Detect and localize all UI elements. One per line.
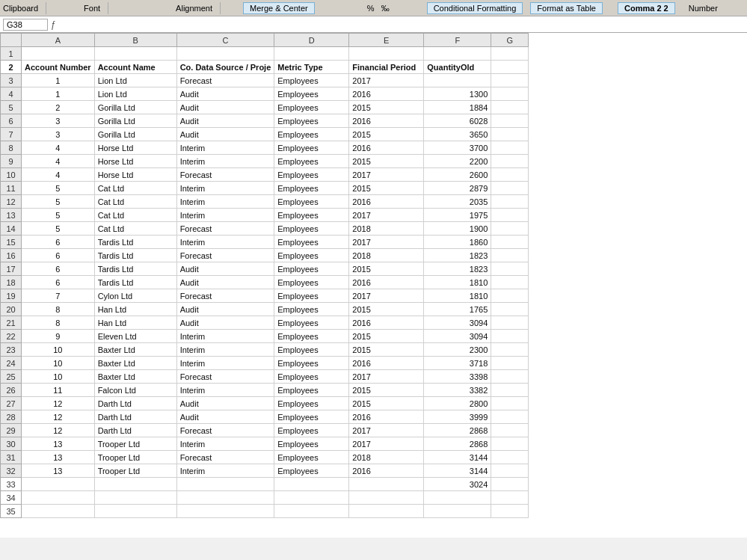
cell-d14[interactable]: Employees xyxy=(274,222,349,236)
cell-c2[interactable]: Co. Data Source / Proje xyxy=(176,61,274,74)
cell-b15[interactable]: Tardis Ltd xyxy=(94,236,176,249)
cell-c12[interactable]: Interim xyxy=(176,195,274,209)
cell-f32[interactable]: 3144 xyxy=(424,464,491,478)
table-row[interactable]: 333024 xyxy=(1,478,529,491)
cell-c21[interactable]: Audit xyxy=(176,316,274,330)
cell-a27[interactable]: 12 xyxy=(22,397,95,410)
cell-f34[interactable] xyxy=(424,491,491,505)
cell-g16[interactable] xyxy=(491,249,529,262)
table-row[interactable]: 218Han LtdAuditEmployees20163094 xyxy=(1,316,529,330)
cell-f14[interactable]: 1900 xyxy=(424,222,491,236)
cell-c24[interactable]: Interim xyxy=(176,357,274,370)
table-row[interactable]: 63Gorilla LtdAuditEmployees20166028 xyxy=(1,114,529,128)
cell-c35[interactable] xyxy=(176,505,274,518)
cell-g30[interactable] xyxy=(491,437,529,451)
cell-g10[interactable] xyxy=(491,168,529,182)
cell-b26[interactable]: Falcon Ltd xyxy=(94,384,176,397)
cell-g25[interactable] xyxy=(491,370,529,384)
cell-g35[interactable] xyxy=(491,505,529,518)
cell-e24[interactable]: 2016 xyxy=(349,357,424,370)
cell-b25[interactable]: Baxter Ltd xyxy=(94,370,176,384)
cell-g5[interactable] xyxy=(491,101,529,114)
table-row[interactable]: 145Cat LtdForecastEmployees20181900 xyxy=(1,222,529,236)
cell-c29[interactable]: Forecast xyxy=(176,424,274,437)
format-as-table-button[interactable]: Format as Table xyxy=(530,2,603,14)
cell-f25[interactable]: 3398 xyxy=(424,370,491,384)
cell-b23[interactable]: Baxter Ltd xyxy=(94,343,176,357)
cell-d18[interactable]: Employees xyxy=(274,276,349,289)
cell-e21[interactable]: 2016 xyxy=(349,316,424,330)
cell-e19[interactable]: 2017 xyxy=(349,289,424,303)
cell-a10[interactable]: 4 xyxy=(22,168,95,182)
cell-d11[interactable]: Employees xyxy=(274,182,349,195)
cell-e11[interactable]: 2015 xyxy=(349,182,424,195)
cell-e12[interactable]: 2016 xyxy=(349,195,424,209)
cell-a23[interactable]: 10 xyxy=(22,343,95,357)
table-row[interactable]: 2410Baxter LtdInterimEmployees20163718 xyxy=(1,357,529,370)
cell-b33[interactable] xyxy=(94,478,176,491)
cell-b19[interactable]: Cylon Ltd xyxy=(94,289,176,303)
cell-b1[interactable] xyxy=(94,47,176,61)
cell-c19[interactable]: Forecast xyxy=(176,289,274,303)
table-row[interactable]: 2611Falcon LtdInterimEmployees20153382 xyxy=(1,384,529,397)
cell-b10[interactable]: Horse Ltd xyxy=(94,168,176,182)
table-row[interactable]: 125Cat LtdInterimEmployees20162035 xyxy=(1,195,529,209)
cell-a13[interactable]: 5 xyxy=(22,209,95,222)
cell-c23[interactable]: Interim xyxy=(176,343,274,357)
cell-a16[interactable]: 6 xyxy=(22,249,95,262)
table-row[interactable]: 197Cylon LtdForecastEmployees20171810 xyxy=(1,289,529,303)
cell-a32[interactable]: 13 xyxy=(22,464,95,478)
cell-b31[interactable]: Trooper Ltd xyxy=(94,451,176,464)
cell-g24[interactable] xyxy=(491,357,529,370)
cell-b3[interactable]: Lion Ltd xyxy=(94,74,176,87)
col-header-g[interactable]: G xyxy=(491,34,529,47)
col-header-e[interactable]: E xyxy=(349,34,424,47)
cell-d6[interactable]: Employees xyxy=(274,114,349,128)
cell-d28[interactable]: Employees xyxy=(274,410,349,424)
cell-a31[interactable]: 13 xyxy=(22,451,95,464)
cell-g31[interactable] xyxy=(491,451,529,464)
cell-b9[interactable]: Horse Ltd xyxy=(94,155,176,168)
table-row[interactable]: 35 xyxy=(1,505,529,518)
cell-e26[interactable]: 2015 xyxy=(349,384,424,397)
cell-c14[interactable]: Forecast xyxy=(176,222,274,236)
cell-e33[interactable] xyxy=(349,478,424,491)
cell-g23[interactable] xyxy=(491,343,529,357)
cell-e15[interactable]: 2017 xyxy=(349,236,424,249)
cell-e8[interactable]: 2016 xyxy=(349,141,424,155)
cell-e10[interactable]: 2017 xyxy=(349,168,424,182)
table-row[interactable]: 84Horse LtdInterimEmployees20163700 xyxy=(1,141,529,155)
cell-c18[interactable]: Audit xyxy=(176,276,274,289)
cell-b13[interactable]: Cat Ltd xyxy=(94,209,176,222)
cell-e29[interactable]: 2017 xyxy=(349,424,424,437)
cell-g4[interactable] xyxy=(491,87,529,101)
cell-g21[interactable] xyxy=(491,316,529,330)
cell-d33[interactable] xyxy=(274,478,349,491)
cell-b2[interactable]: Account Name xyxy=(94,61,176,74)
cell-a21[interactable]: 8 xyxy=(22,316,95,330)
cell-g22[interactable] xyxy=(491,330,529,343)
cell-c25[interactable]: Forecast xyxy=(176,370,274,384)
cell-f16[interactable]: 1823 xyxy=(424,249,491,262)
cell-a34[interactable] xyxy=(22,491,95,505)
cell-g32[interactable] xyxy=(491,464,529,478)
cell-b28[interactable]: Darth Ltd xyxy=(94,410,176,424)
cell-f29[interactable]: 2868 xyxy=(424,424,491,437)
cell-b6[interactable]: Gorilla Ltd xyxy=(94,114,176,128)
cell-g33[interactable] xyxy=(491,478,529,491)
cell-d22[interactable]: Employees xyxy=(274,330,349,343)
cell-a8[interactable]: 4 xyxy=(22,141,95,155)
cell-e25[interactable]: 2017 xyxy=(349,370,424,384)
cell-c13[interactable]: Interim xyxy=(176,209,274,222)
cell-g28[interactable] xyxy=(491,410,529,424)
comma-button[interactable]: Comma 2 2 xyxy=(618,2,675,14)
cell-f6[interactable]: 6028 xyxy=(424,114,491,128)
cell-d30[interactable]: Employees xyxy=(274,437,349,451)
cell-e17[interactable]: 2015 xyxy=(349,262,424,276)
cell-g34[interactable] xyxy=(491,491,529,505)
cell-d19[interactable]: Employees xyxy=(274,289,349,303)
cell-f5[interactable]: 1884 xyxy=(424,101,491,114)
cell-f4[interactable]: 1300 xyxy=(424,87,491,101)
cell-a14[interactable]: 5 xyxy=(22,222,95,236)
cell-g18[interactable] xyxy=(491,276,529,289)
